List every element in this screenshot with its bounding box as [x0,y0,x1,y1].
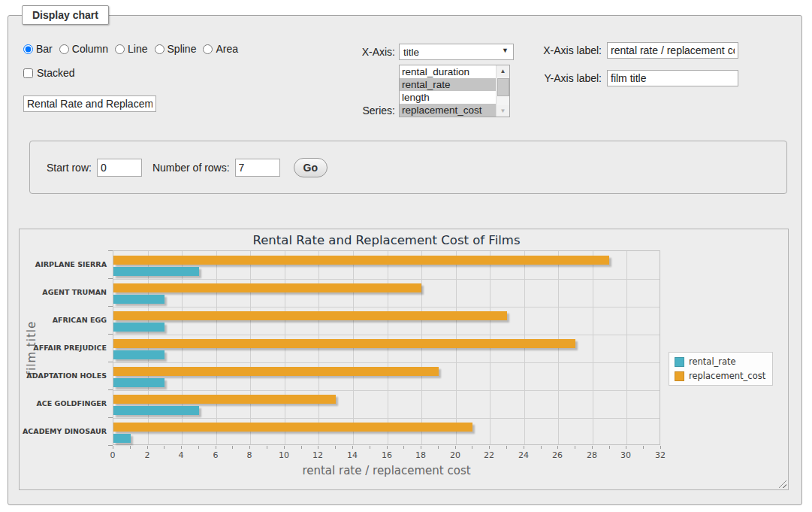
x-axis-tick-label: 8 [238,450,261,460]
x-axis-tick [455,446,456,449]
radio-label: Spline [168,43,197,55]
scrollbar-thumb[interactable] [497,78,509,96]
x-axis-tick-label: 32 [649,450,672,460]
y-axis-label-input[interactable] [607,70,738,86]
x-axis-label-input[interactable] [607,42,738,59]
x-axis-tick [403,446,404,449]
x-axis-tick [249,446,250,449]
x-axis-tick [370,446,370,449]
radio-column[interactable] [59,44,69,54]
x-axis-tick [524,446,524,449]
gridline-horizontal [113,279,660,280]
start-row-input[interactable] [97,159,142,177]
y-axis-tick [108,250,113,251]
dropdown-arrow-icon: ▼ [502,47,509,54]
display-chart-panel: Display chart BarColumnLineSplineArea St… [8,15,802,505]
chart-type-option-line: Line [115,43,147,55]
x-axis-select[interactable]: title ▼ [399,44,514,60]
stacked-row: Stacked [23,67,75,79]
series-option-rental_rate[interactable]: rental_rate [400,78,498,91]
x-axis-tick-label: 18 [409,450,432,460]
stacked-label: Stacked [37,67,75,79]
x-axis-tick [216,446,216,449]
x-axis-tick [130,446,131,449]
bar-rental_rate [113,323,165,332]
x-axis-tick-label: 0 [101,450,124,460]
radio-spline[interactable] [155,44,165,54]
stacked-checkbox[interactable] [23,68,33,78]
x-axis-tick [318,446,318,449]
number-of-rows-label: Number of rows: [152,162,230,174]
category-label: AIRPLANE SIERRA [23,250,107,278]
legend-swatch [675,357,684,367]
gridline-vertical [626,251,627,444]
x-axis-tick [164,446,165,449]
chart-x-axis-title: rental rate / replacement cost [113,464,660,477]
resize-handle-icon[interactable] [778,480,786,488]
chart-type-radios: BarColumnLineSplineArea [23,43,238,55]
radio-label: Column [72,43,108,55]
y-axis-tick [108,334,113,335]
radio-bar[interactable] [23,44,33,54]
x-axis-tick-label: 26 [546,450,569,460]
radio-label: Line [128,43,147,55]
x-axis-tick [626,446,626,449]
x-axis-tick [421,446,421,449]
radio-label: Bar [36,43,53,55]
x-axis-tick [232,446,233,449]
series-option-length[interactable]: length [400,91,498,104]
scroll-down-icon[interactable]: ▼ [497,105,509,117]
row-controls-panel: Start row: Number of rows: Go [29,141,787,194]
y-axis-tick [108,306,113,307]
radio-area[interactable] [203,44,213,54]
bar-replacement_cost [113,367,439,376]
gridline-horizontal [113,418,660,419]
legend-item-rental_rate: rental_rate [675,356,765,367]
x-axis-tick [113,446,113,449]
radio-line[interactable] [115,44,125,54]
x-axis-tick-label: 24 [512,450,535,460]
chart-type-option-bar: Bar [23,43,53,55]
series-scrollbar[interactable]: ▲ ▼ [496,65,509,117]
x-axis-tick [267,446,267,449]
x-axis-tick-label: 16 [376,450,398,460]
bar-replacement_cost [113,339,575,348]
x-axis-tick-label: 10 [273,450,295,460]
category-label: AFRICAN EGG [23,306,107,334]
category-label: AFFAIR PREJUDICE [23,334,107,362]
chart-title-input[interactable] [23,95,156,112]
legend-item-replacement_cost: replacement_cost [675,371,765,381]
x-axis-label-label: X-Axis label: [527,43,602,58]
series-option-rental_duration[interactable]: rental_duration [400,65,498,78]
series-option-replacement_cost[interactable]: replacement_cost [400,104,498,117]
x-axis-tick [489,446,490,449]
scroll-up-icon[interactable]: ▲ [497,65,509,77]
y-axis-tick [108,278,113,279]
x-axis-tick [541,446,542,449]
bar-replacement_cost [113,256,609,265]
x-axis-tick-label: 30 [614,450,637,460]
start-row-label: Start row: [47,162,92,174]
x-axis-tick [643,446,644,449]
bar-rental_rate [113,295,165,304]
x-axis-tick-label: 6 [204,450,227,460]
x-axis-tick-label: 2 [136,450,158,460]
gridline-horizontal [113,335,660,335]
series-select-label: Series: [335,103,395,118]
x-axis-tick [147,446,148,449]
category-label: ADAPTATION HOLES [23,362,107,389]
chart-type-option-area: Area [203,43,238,55]
x-axis-tick [352,446,353,449]
legend-swatch [675,371,684,381]
x-axis-tick [198,446,199,449]
radio-label: Area [216,43,238,55]
y-axis-tick [108,389,113,390]
number-of-rows-input[interactable] [235,159,280,177]
bar-replacement_cost [113,311,507,320]
chart-title: Rental Rate and Replacement Cost of Film… [113,233,660,247]
series-multiselect[interactable]: rental_durationrental_ratelengthreplacem… [399,65,510,117]
y-axis-tick [108,417,113,418]
go-button[interactable]: Go [294,158,328,177]
bar-rental_rate [113,267,199,276]
chart-legend: rental_ratereplacement_cost [669,352,773,386]
